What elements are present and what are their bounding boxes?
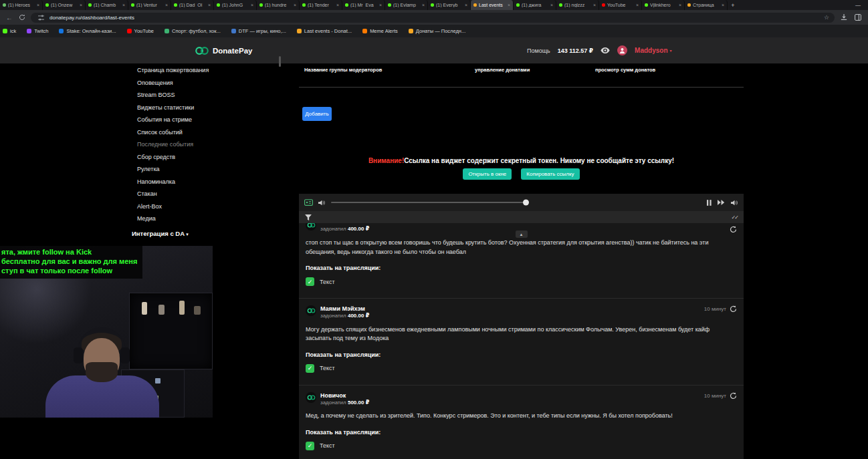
tab-title: (1) Heroes xyxy=(8,3,35,7)
add-button[interactable]: Добавить xyxy=(302,107,332,121)
skip-forward-icon[interactable] xyxy=(718,200,725,205)
browser-tab[interactable]: Last events × xyxy=(471,0,514,10)
tab-close-icon[interactable]: × xyxy=(37,3,39,7)
tab-close-icon[interactable]: × xyxy=(251,3,253,7)
text-toggle[interactable]: ✓ Текст xyxy=(306,277,737,286)
tab-close-icon[interactable]: × xyxy=(722,3,724,7)
bookmark-item[interactable]: ick xyxy=(3,28,16,34)
filter-icon[interactable] xyxy=(305,214,312,220)
sidebar-integration-link[interactable]: Интеграция с DA ▾ xyxy=(132,230,189,237)
back-icon[interactable]: ← xyxy=(5,14,13,21)
tab-close-icon[interactable]: × xyxy=(508,3,510,7)
donation-event: ▲ задонатил 400.00 ₽ xyxy=(299,223,744,299)
tab-close-icon[interactable]: × xyxy=(165,3,168,7)
stream-widget-icon[interactable] xyxy=(304,199,313,206)
tab-close-icon[interactable]: × xyxy=(336,3,339,7)
browser-tab[interactable]: (1) Tender × xyxy=(300,0,342,10)
download-icon[interactable] xyxy=(839,14,849,21)
side-panel-icon[interactable] xyxy=(853,14,863,21)
sidebar-item[interactable]: Стакан xyxy=(137,188,237,200)
bookmark-item[interactable]: Meme Alerts xyxy=(362,28,398,34)
tab-close-icon[interactable]: × xyxy=(593,3,596,7)
tab-close-icon[interactable]: × xyxy=(122,3,125,7)
bookmark-item[interactable]: YouTube xyxy=(127,28,154,34)
bookmark-item[interactable]: Twitch xyxy=(27,28,48,34)
slider-knob[interactable] xyxy=(523,200,529,206)
donor-avatar xyxy=(306,305,316,316)
volume-slider[interactable] xyxy=(331,194,526,211)
browser-tab[interactable]: (1) Ventur × xyxy=(128,0,171,10)
sidebar-item[interactable]: Stream BOSS xyxy=(137,89,237,102)
sidebar-item[interactable]: Напоминалка xyxy=(137,176,237,188)
sidebar-scrollbar[interactable] xyxy=(279,56,281,67)
tab-close-icon[interactable]: × xyxy=(679,3,681,7)
browser-tab[interactable]: (1) JohnG × xyxy=(214,0,257,10)
browser-tab[interactable]: YouTube × xyxy=(599,0,642,10)
browser-tab[interactable]: (1) Chamb × xyxy=(86,0,128,10)
username: Maddyson xyxy=(635,47,667,54)
sidebar-item[interactable]: Alert-Box xyxy=(137,200,237,213)
open-in-window-button[interactable]: Открыть в окне xyxy=(463,168,512,180)
tab-close-icon[interactable]: × xyxy=(379,3,382,7)
browser-tab[interactable]: (1) hundre × xyxy=(257,0,300,10)
sidebar-item[interactable]: Страница пожертвования xyxy=(137,64,237,77)
checkbox-checked-icon[interactable]: ✓ xyxy=(306,442,314,450)
browser-tab[interactable]: (1) Dad_Ol × xyxy=(171,0,214,10)
browser-tab[interactable]: (1) Evlamp × xyxy=(385,0,428,10)
pause-icon[interactable] xyxy=(707,200,712,206)
tab-close-icon[interactable]: × xyxy=(465,3,467,7)
tab-close-icon[interactable]: × xyxy=(208,3,211,7)
checkbox-checked-icon[interactable]: ✓ xyxy=(306,364,314,373)
text-toggle[interactable]: ✓ Текст xyxy=(306,364,737,373)
mark-all-read-icon[interactable]: ✓✓ xyxy=(732,214,738,220)
sidebar-item[interactable]: Последние события xyxy=(137,138,237,151)
resend-icon[interactable] xyxy=(730,226,737,233)
bookmark-item[interactable]: Last events - Donat... xyxy=(297,28,352,34)
new-tab-button[interactable]: + xyxy=(728,0,738,10)
bookmark-item[interactable]: Спорт: футбол, хок... xyxy=(165,28,221,34)
reload-icon[interactable] xyxy=(18,14,26,21)
checkbox-checked-icon[interactable]: ✓ xyxy=(306,277,314,286)
donatepay-logo[interactable]: DonatePay xyxy=(195,37,252,63)
browser-tab[interactable]: (1) Onzew × xyxy=(43,0,86,10)
user-menu[interactable]: Maddyson ▾ xyxy=(635,47,671,54)
site-settings-icon[interactable] xyxy=(36,15,45,21)
bookmark-item[interactable]: Stake: Онлайн-кази... xyxy=(59,28,116,34)
eye-icon[interactable] xyxy=(601,47,610,53)
tab-close-icon[interactable]: × xyxy=(422,3,425,7)
volume-icon[interactable] xyxy=(731,200,738,206)
browser-tab[interactable]: Страница × xyxy=(685,0,728,10)
copy-link-button[interactable]: Копировать ссылку xyxy=(521,168,579,180)
user-avatar[interactable] xyxy=(617,45,627,55)
text-toggle[interactable]: ✓ Текст xyxy=(306,442,737,450)
bookmark-star-icon[interactable]: ☆ xyxy=(824,14,829,21)
resend-icon[interactable] xyxy=(730,305,737,313)
sidebar-item[interactable]: Виджеты статистики xyxy=(137,102,237,114)
browser-tab[interactable]: Vjlinkhero × xyxy=(642,0,685,10)
volume-icon[interactable] xyxy=(318,200,326,206)
tab-favicon xyxy=(45,3,49,7)
bookmark-item[interactable]: Донаты — Последн... xyxy=(409,28,465,34)
sidebar-item[interactable]: Рулетка xyxy=(137,163,237,176)
tab-close-icon[interactable]: × xyxy=(294,3,296,7)
sidebar-item[interactable]: События на стриме xyxy=(137,114,237,126)
browser-tab[interactable]: (1) Mr_Eva × xyxy=(342,0,385,10)
sidebar-item[interactable]: Список событий xyxy=(137,126,237,139)
url-field[interactable]: donatepay.ru/dashboard/last-events ☆ xyxy=(31,13,835,23)
tab-close-icon[interactable]: × xyxy=(550,3,553,7)
sidebar-item[interactable]: Медиа xyxy=(137,212,237,225)
tab-close-icon[interactable]: × xyxy=(80,3,82,7)
resend-icon[interactable] xyxy=(730,392,737,400)
help-link[interactable]: Помощь xyxy=(527,47,550,54)
sidebar-item[interactable]: Оповещения xyxy=(137,77,237,90)
sidebar-item[interactable]: Сбор средств xyxy=(137,151,237,164)
browser-tab[interactable]: (1) Heroes × xyxy=(0,0,43,10)
window-minimize-button[interactable]: — xyxy=(848,0,868,10)
token-warning: Внимание!Ссылка на виджет содержит секре… xyxy=(299,157,744,164)
browser-tab[interactable]: (1) Everyb × xyxy=(428,0,471,10)
browser-tab[interactable]: (1) джига × xyxy=(514,0,556,10)
browser-tab[interactable]: (1) nglzzz × xyxy=(556,0,599,10)
bookmark-item[interactable]: DTF — игры, кино,... xyxy=(231,28,286,34)
tab-close-icon[interactable]: × xyxy=(636,3,639,7)
scroll-up-button[interactable]: ▲ xyxy=(516,231,528,238)
